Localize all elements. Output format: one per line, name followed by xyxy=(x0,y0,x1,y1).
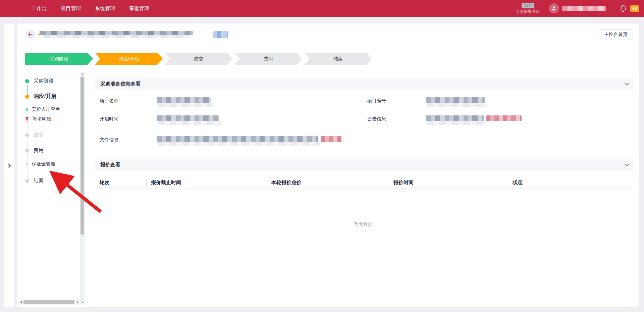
sidebar-item-fee[interactable]: 费用 xyxy=(17,147,44,154)
sidebar-item-label: 费用 xyxy=(34,147,44,154)
console-home-button[interactable]: 主控台首页 xyxy=(599,29,633,40)
sidebar-horizontal-scrollbar[interactable] xyxy=(19,300,80,305)
top-navbar: 工作台 项目管理 系统管理 审批管理 VIP 会员服务升级 46 xyxy=(0,0,644,17)
sidebar-item-response-open[interactable]: 响应/开启 xyxy=(17,93,56,100)
field-value-open-time-redacted xyxy=(157,115,219,121)
main-card: 主控台首页 采购阶段 响应/开启 成交 费用 结案 采购阶段 响应/开启 竞价大… xyxy=(17,23,639,307)
notification-bell-icon[interactable] xyxy=(620,5,627,12)
sidebar-item-deal[interactable]: 成交 xyxy=(17,132,44,138)
expand-panel-chevron-icon[interactable] xyxy=(7,164,10,167)
annotation-arrow-red xyxy=(46,167,107,216)
scroll-down-arrow-icon[interactable] xyxy=(81,302,84,303)
vip-caption: 会员服务升级 xyxy=(516,9,540,14)
field-value-project-no-redacted xyxy=(426,97,485,103)
gray-dot-icon xyxy=(25,149,29,153)
notification-count-badge[interactable]: 46 xyxy=(630,5,639,12)
step-deal[interactable]: 成交 xyxy=(165,53,232,65)
gray-dot-icon xyxy=(25,133,29,137)
step-procurement-stage[interactable]: 采购阶段 xyxy=(25,53,93,65)
page-title-redacted xyxy=(40,31,193,38)
nav-item-project-management[interactable]: 项目管理 xyxy=(61,5,81,12)
section-purchase-info-header[interactable]: 采购准备信息查看 xyxy=(95,78,634,90)
user-avatar[interactable] xyxy=(549,3,559,13)
sidebar-vertical-scrollbar[interactable] xyxy=(80,72,85,305)
empty-state-text: 暂无数据 xyxy=(354,221,373,227)
chevron-down-icon[interactable] xyxy=(625,81,629,86)
chevron-down-icon[interactable] xyxy=(625,162,629,166)
notice-link-redacted[interactable] xyxy=(486,115,522,121)
sidebar-item-label: 补填明细 xyxy=(33,116,51,122)
section-title: 采购准备信息查看 xyxy=(100,81,141,87)
hourglass-icon xyxy=(25,117,29,121)
column-round: 轮次 xyxy=(95,179,146,186)
arrow-left-icon xyxy=(28,32,33,36)
field-label-project-no: 项目编号 xyxy=(367,98,386,104)
status-tag-redacted xyxy=(213,31,228,38)
step-response-open[interactable]: 响应/开启 xyxy=(95,53,163,65)
scroll-right-arrow-icon[interactable] xyxy=(77,301,78,304)
sidebar-item-label: 保证金管理 xyxy=(32,161,55,167)
horizontal-scroll-thumb[interactable] xyxy=(23,300,74,304)
vip-upgrade[interactable]: VIP 会员服务升级 xyxy=(516,2,540,14)
column-status: 状态 xyxy=(508,179,634,186)
stage-progress-bar: 采购阶段 响应/开启 成交 费用 结案 xyxy=(25,53,372,65)
scroll-up-arrow-icon[interactable] xyxy=(81,73,84,75)
sidebar-item-fill-details[interactable]: 补填明细 xyxy=(17,116,51,122)
field-label-file-info: 文件信息 xyxy=(100,137,118,143)
field-value-project-name-redacted xyxy=(157,97,211,103)
quote-table-header: 轮次 报价截止时间 本轮报价总价 报价时间 状态 xyxy=(95,177,634,189)
nav-item-approval-management[interactable]: 审批管理 xyxy=(129,5,149,12)
gray-dot-icon xyxy=(25,179,29,183)
sidebar-item-procurement-stage[interactable]: 采购阶段 xyxy=(17,78,54,84)
sidebar-item-deposit-management[interactable]: 保证金管理 xyxy=(17,161,55,167)
back-button[interactable] xyxy=(25,30,35,39)
sidebar-item-label: 竞价大厅查看 xyxy=(32,106,60,112)
step-fee[interactable]: 费用 xyxy=(234,53,302,65)
field-label-open-time: 开启时间 xyxy=(100,116,118,122)
collapsed-panel-strip xyxy=(4,23,14,307)
scroll-left-arrow-icon[interactable] xyxy=(20,301,22,304)
field-label-notice-info: 公告信息 xyxy=(367,116,386,122)
gray-ring-icon xyxy=(26,163,28,165)
column-round-total-price: 本轮报价总价 xyxy=(267,179,389,186)
username-redacted[interactable] xyxy=(562,6,606,11)
file-link-redacted[interactable] xyxy=(321,136,341,142)
sidebar-item-label: 采购阶段 xyxy=(34,78,54,84)
column-quote-deadline: 报价截止时间 xyxy=(146,179,267,186)
sidebar-item-label: 响应/开启 xyxy=(34,93,56,100)
field-value-notice-info-redacted xyxy=(426,115,484,121)
topbar-right-cluster: VIP 会员服务升级 46 xyxy=(516,0,639,17)
section-title: 报价查看 xyxy=(100,162,120,168)
field-value-file-info-redacted xyxy=(157,136,318,142)
sidebar-item-close[interactable]: 结案 xyxy=(17,177,44,184)
orange-dot-icon xyxy=(25,95,29,99)
nav-item-workbench[interactable]: 工作台 xyxy=(32,5,47,12)
sidebar-item-bidding-hall[interactable]: 竞价大厅查看 xyxy=(17,106,60,112)
column-quote-time: 报价时间 xyxy=(389,179,508,186)
header-divider xyxy=(17,43,639,43)
sidebar-item-label: 成交 xyxy=(34,132,44,138)
person-icon xyxy=(551,6,556,11)
green-dot-icon xyxy=(25,79,29,83)
step-close[interactable]: 结案 xyxy=(304,53,372,65)
vip-icon: VIP xyxy=(522,3,534,8)
field-label-project-name: 项目名称 xyxy=(100,98,118,104)
top-nav-menu: 工作台 项目管理 系统管理 审批管理 xyxy=(32,5,149,12)
nav-item-system-management[interactable]: 系统管理 xyxy=(95,5,115,12)
section-quote-header[interactable]: 报价查看 xyxy=(95,159,634,171)
green-ring-icon xyxy=(26,108,28,111)
sidebar-item-label: 结案 xyxy=(34,177,44,184)
vertical-scroll-thumb[interactable] xyxy=(80,77,84,235)
